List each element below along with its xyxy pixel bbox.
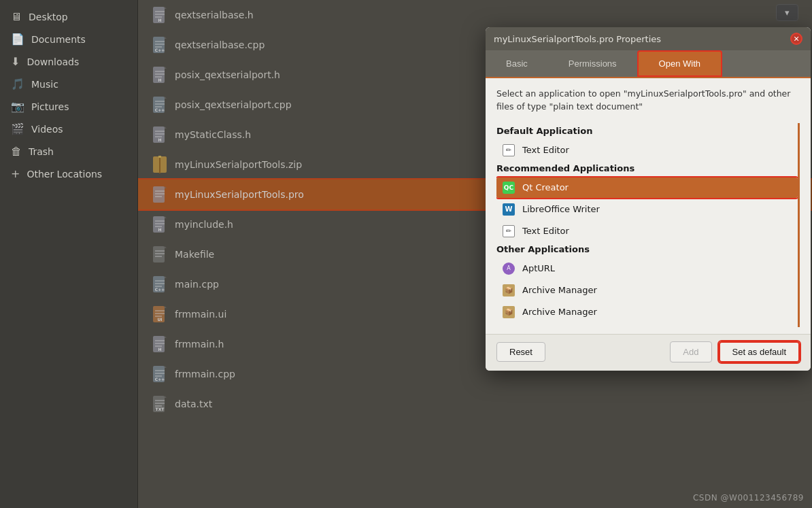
tab-basic[interactable]: Basic: [486, 50, 548, 77]
app-label: AptURL: [522, 263, 555, 273]
app-list: Default Application Text Editor Recommen…: [496, 123, 800, 327]
dialog-footer: Reset Add Set as default: [486, 334, 811, 371]
app-item-text-editor-rec[interactable]: Text Editor: [496, 221, 798, 241]
close-button[interactable]: ✕: [790, 33, 802, 45]
app-icon: W: [502, 203, 515, 216]
videos-icon: 🎬: [11, 122, 24, 135]
other-locations-icon: +: [11, 167, 20, 180]
sidebar-item-trash[interactable]: 🗑 Trash: [0, 140, 137, 163]
dialog-body: Select an application to open "myLinuxSe…: [486, 78, 811, 334]
app-label: Text Editor: [522, 145, 569, 155]
app-item-archive-mounter[interactable]: M Archive Mounter: [496, 324, 798, 327]
app-icon: 📦: [502, 284, 515, 297]
sidebar-item-videos[interactable]: 🎬 Videos: [0, 118, 137, 140]
sidebar-item-downloads[interactable]: ⬇ Downloads: [0, 50, 137, 73]
app-section-title: Recommended Applications: [496, 163, 798, 173]
app-section-title: Default Application: [496, 126, 798, 136]
reset-button[interactable]: Reset: [496, 342, 545, 362]
dialog-titlebar: myLinuxSerialportTools.pro Properties ✕: [486, 27, 811, 50]
downloads-icon: ⬇: [11, 55, 20, 68]
dialog-title: myLinuxSerialportTools.pro Properties: [494, 34, 661, 44]
apt-icon: A: [503, 263, 515, 275]
archive-icon: 📦: [503, 284, 515, 297]
sidebar-item-other-locations[interactable]: + Other Locations: [0, 163, 137, 185]
app-label: LibreOffice Writer: [522, 204, 600, 214]
sidebar-label-downloads: Downloads: [27, 56, 79, 67]
dialog-overlay: myLinuxSerialportTools.pro Properties ✕ …: [138, 0, 812, 508]
app-label: Qt Creator: [522, 182, 569, 192]
app-icon: QC: [502, 181, 515, 194]
sidebar-label-music: Music: [31, 79, 58, 90]
app-item-qt-creator[interactable]: QC Qt Creator: [496, 177, 798, 198]
sidebar-item-desktop[interactable]: 🖥 Desktop: [0, 5, 137, 28]
set-default-button[interactable]: Set as default: [719, 341, 800, 362]
app-item-archive-manager-1[interactable]: 📦 Archive Manager: [496, 280, 798, 301]
pictures-icon: 📷: [11, 100, 24, 113]
sidebar-item-documents[interactable]: 📄 Documents: [0, 28, 137, 50]
dialog-tabs: BasicPermissionsOpen With: [486, 50, 811, 78]
properties-dialog: myLinuxSerialportTools.pro Properties ✕ …: [486, 27, 811, 371]
tab-open-with[interactable]: Open With: [637, 50, 722, 77]
texteditor-icon: [503, 225, 515, 237]
app-item-archive-manager-2[interactable]: 📦 Archive Manager: [496, 302, 798, 322]
app-icon: A: [502, 262, 515, 275]
app-item-text-editor-default[interactable]: Text Editor: [496, 140, 798, 160]
sidebar-label-pictures: Pictures: [31, 101, 69, 112]
app-section-title: Other Applications: [496, 244, 798, 254]
sidebar-item-pictures[interactable]: 📷 Pictures: [0, 95, 137, 118]
archive-icon: 📦: [503, 306, 515, 318]
dialog-subtitle: Select an application to open "myLinuxSe…: [496, 88, 800, 114]
sidebar-label-videos: Videos: [31, 124, 63, 135]
app-label: Archive Manager: [522, 307, 597, 317]
sidebar-label-desktop: Desktop: [29, 12, 68, 22]
desktop-icon: 🖥: [11, 10, 22, 23]
watermark: CSDN @W001123456789: [693, 493, 804, 503]
app-icon: [502, 143, 515, 157]
app-item-lo-writer[interactable]: W LibreOffice Writer: [496, 199, 798, 220]
qtcreator-icon: QC: [503, 182, 515, 194]
add-button[interactable]: Add: [670, 341, 711, 362]
app-icon: 📦: [502, 305, 515, 319]
app-item-apturl[interactable]: A AptURL: [496, 258, 798, 279]
sidebar-label-trash: Trash: [29, 146, 54, 157]
main-file-area: ▾ H qextserialbase.h C++ qextserialbase.…: [138, 0, 812, 508]
tab-permissions[interactable]: Permissions: [548, 50, 637, 77]
music-icon: 🎵: [11, 78, 24, 90]
sidebar-item-music[interactable]: 🎵 Music: [0, 73, 137, 95]
documents-icon: 📄: [11, 33, 24, 46]
app-label: Archive Manager: [522, 285, 597, 295]
trash-icon: 🗑: [11, 145, 22, 158]
texteditor-icon: [503, 144, 515, 156]
sidebar-label-other-locations: Other Locations: [27, 169, 102, 180]
sidebar-label-documents: Documents: [31, 34, 86, 45]
app-label: Text Editor: [522, 226, 569, 236]
sidebar: 🖥 Desktop 📄 Documents ⬇ Downloads 🎵 Musi…: [0, 0, 138, 508]
app-icon: [502, 224, 515, 238]
lowriter-icon: W: [503, 203, 515, 216]
